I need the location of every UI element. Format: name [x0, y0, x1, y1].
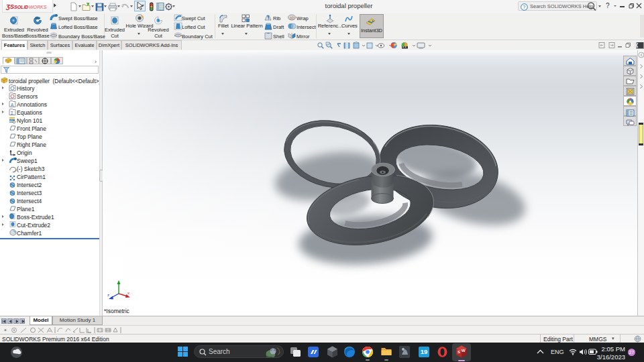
svg-text:z: z [107, 293, 109, 297]
svg-text:W: W [462, 349, 466, 353]
svg-text:?: ? [523, 4, 525, 10]
svg-text:ab: ab [290, 15, 295, 20]
svg-text:WORKS: WORKS [29, 5, 47, 9]
svg-text:Σ: Σ [11, 111, 13, 115]
svg-text:ƷS: ƷS [5, 3, 15, 10]
svg-text:S: S [458, 350, 460, 354]
svg-text:A: A [11, 103, 14, 107]
svg-text:SOLID: SOLID [14, 5, 28, 9]
svg-text:x: x [127, 291, 129, 295]
